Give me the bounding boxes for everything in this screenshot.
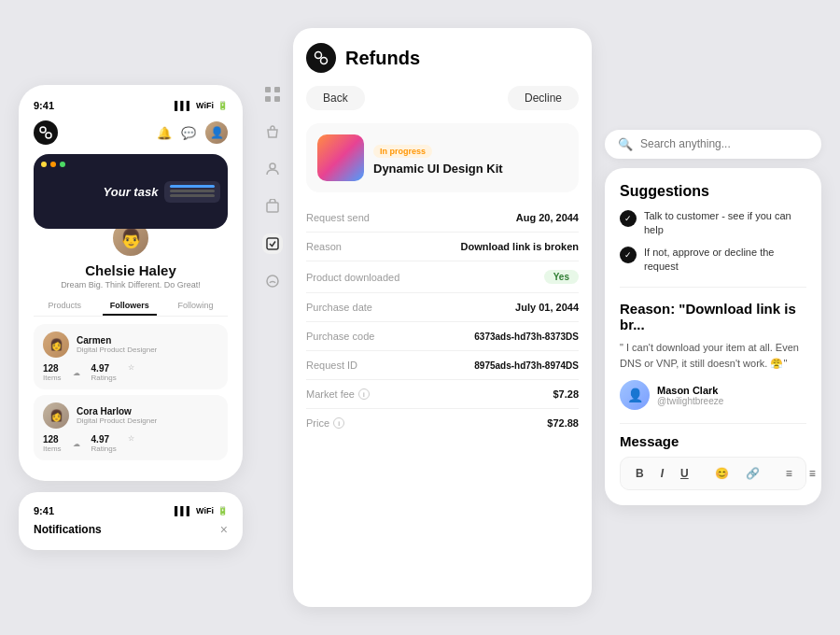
nav-box-icon[interactable] xyxy=(262,196,283,217)
close-icon[interactable]: × xyxy=(220,522,228,537)
svg-point-1 xyxy=(46,133,51,138)
nav-message-icon[interactable] xyxy=(262,271,283,291)
product-thumbnail xyxy=(317,134,364,181)
svg-rect-3 xyxy=(274,87,280,92)
detail-row-4: Purchase code 6373ads-hd73h-8373DS xyxy=(306,322,579,351)
notif-time: 9:41 xyxy=(34,505,54,516)
info-icon-7: i xyxy=(333,417,344,429)
message-toolbar: B I U 😊 🔗 ≡ ≡ xyxy=(620,457,806,490)
message-section: Message B I U 😊 🔗 ≡ ≡ xyxy=(620,423,806,490)
message-icon[interactable]: 💬 xyxy=(181,126,196,140)
hero-mini-card xyxy=(164,181,220,203)
nav-user-icon[interactable] xyxy=(262,159,283,179)
reason-title: Reason: "Download link is br... xyxy=(620,301,806,332)
decline-button[interactable]: Decline xyxy=(508,86,579,110)
dot-yellow xyxy=(41,162,47,167)
phone-top-nav: 🔔 💬 👤 xyxy=(34,120,228,145)
battery-icon: 🔋 xyxy=(217,101,228,110)
yes-badge: Yes xyxy=(544,270,579,284)
nav-grid-icon[interactable] xyxy=(262,84,283,105)
suggestions-title: Suggestions xyxy=(620,183,806,200)
product-section: In progress Dynamic UI Design Kit xyxy=(306,123,579,192)
left-panel: 9:41 ▌▌▌ WiFi 🔋 🔔 💬 👤 xyxy=(19,85,243,550)
window-dots xyxy=(41,162,65,167)
check-icon-1: ✓ xyxy=(620,247,637,263)
middle-panel: Refunds Back Decline In progress Dynamic… xyxy=(256,28,592,607)
message-title: Message xyxy=(620,433,806,449)
status-time: 9:41 xyxy=(34,100,54,111)
emoji-button[interactable]: 😊 xyxy=(711,465,733,482)
follower-card-0: 👩 Carmen Digital Product Designer 128 It… xyxy=(34,324,228,389)
detail-row-2: Product downloaded Yes xyxy=(306,261,579,293)
reason-quote: " I can't download your item at all. Eve… xyxy=(620,340,806,371)
notification-icon[interactable]: 🔔 xyxy=(157,126,172,140)
italic-button[interactable]: I xyxy=(657,465,667,482)
dot-orange xyxy=(50,162,56,167)
notification-card: 9:41 ▌▌▌ WiFi 🔋 Notifications × xyxy=(19,492,243,550)
detail-row-0: Request send Aug 20, 2044 xyxy=(306,204,579,233)
reviewer-row: 👤 Mason Clark @twilightbreeze xyxy=(620,380,806,410)
svg-point-0 xyxy=(40,127,46,133)
status-bar: 9:41 ▌▌▌ WiFi 🔋 xyxy=(34,100,228,111)
product-status-badge: In progress xyxy=(373,145,432,158)
check-icon-0: ✓ xyxy=(620,210,637,227)
tab-products[interactable]: Products xyxy=(40,297,89,316)
product-name: Dynamic UI Design Kit xyxy=(373,162,567,176)
link-button[interactable]: 🔗 xyxy=(742,465,763,482)
suggestion-item-0: ✓ Talk to customer - see if you can help xyxy=(620,209,806,238)
suggestion-text-0: Talk to customer - see if you can help xyxy=(644,209,806,238)
app-logo xyxy=(34,120,58,145)
signal-icon: ▌▌▌ xyxy=(175,101,192,110)
notif-header: Notifications × xyxy=(34,522,228,537)
nav-check-icon[interactable] xyxy=(262,233,283,254)
profile-tabs: Products Followers Following xyxy=(34,297,228,317)
star-icon-2: ☆ xyxy=(128,434,134,443)
nav-icons: 🔔 💬 👤 xyxy=(157,121,228,144)
follower-name-0: Carmen xyxy=(77,335,157,346)
follower-role-0: Digital Product Designer xyxy=(77,346,157,354)
refunds-logo xyxy=(306,43,336,73)
tab-followers[interactable]: Followers xyxy=(103,297,157,316)
refunds-toolbar: Back Decline xyxy=(306,86,579,110)
refunds-header: Refunds xyxy=(306,43,579,73)
notif-status-bar: 9:41 ▌▌▌ WiFi 🔋 xyxy=(34,505,228,516)
search-bar: 🔍 xyxy=(605,130,821,159)
svg-point-6 xyxy=(270,163,275,169)
back-button[interactable]: Back xyxy=(306,86,365,110)
detail-row-5: Request ID 8975ads-hd73h-8974DS xyxy=(306,351,579,380)
user-avatar[interactable]: 👤 xyxy=(205,121,228,144)
detail-row-3: Purchase date July 01, 2044 xyxy=(306,293,579,322)
profile-section: 👨 Chelsie Haley Dream Big. Think Differe… xyxy=(34,238,228,289)
svg-rect-7 xyxy=(267,203,278,212)
align-button[interactable]: ≡ xyxy=(805,465,819,482)
refunds-title: Refunds xyxy=(345,48,420,69)
notif-battery: 🔋 xyxy=(217,506,228,515)
reason-section: Reason: "Download link is br... " I can'… xyxy=(620,287,806,410)
svg-rect-2 xyxy=(265,87,271,92)
right-panel: 🔍 Suggestions ✓ Talk to customer - see i… xyxy=(605,130,821,506)
svg-rect-5 xyxy=(274,96,280,102)
search-input[interactable] xyxy=(640,137,808,150)
notif-signal: ▌▌▌ xyxy=(175,506,192,515)
suggestion-item-1: ✓ If not, approve or decline the request xyxy=(620,246,806,275)
detail-row-6: Market fee i $7.28 xyxy=(306,380,579,409)
reviewer-avatar: 👤 xyxy=(620,380,650,410)
tab-following[interactable]: Following xyxy=(171,297,221,316)
notif-wifi: WiFi xyxy=(196,506,214,515)
info-icon-6: i xyxy=(358,388,370,400)
svg-rect-4 xyxy=(265,96,271,102)
refunds-card: Refunds Back Decline In progress Dynamic… xyxy=(293,28,592,607)
profile-name: Chelsie Haley xyxy=(85,262,176,278)
detail-row-7: Price i $72.88 xyxy=(306,409,579,437)
hero-banner: Your task xyxy=(34,154,228,229)
underline-button[interactable]: U xyxy=(677,465,693,482)
suggestion-text-1: If not, approve or decline the request xyxy=(644,246,806,275)
follower-stats-1: 128 Items ☁ 4.97 Ratings ☆ xyxy=(43,434,218,453)
hero-text: Your task xyxy=(104,185,159,199)
right-content: Suggestions ✓ Talk to customer - see if … xyxy=(605,168,821,506)
bold-button[interactable]: B xyxy=(632,465,648,482)
reviewer-name: Mason Clark xyxy=(657,385,723,396)
list-button[interactable]: ≡ xyxy=(782,465,796,482)
detail-row-1: Reason Download link is broken xyxy=(306,233,579,261)
nav-bag-icon[interactable] xyxy=(262,121,283,142)
